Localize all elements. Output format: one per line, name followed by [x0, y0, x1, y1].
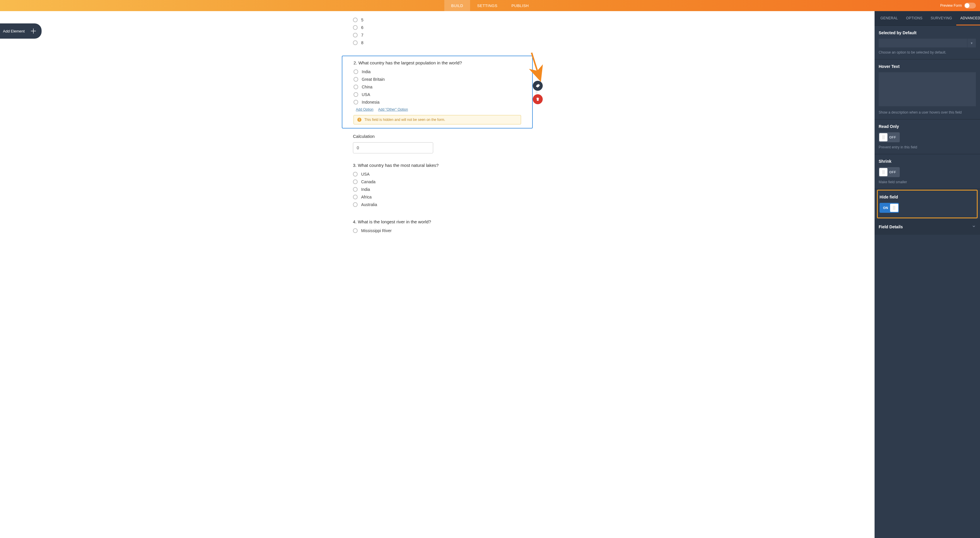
add-element-label: Add Element	[3, 29, 25, 33]
read-only-toggle[interactable]: OFF	[879, 132, 900, 142]
preview-form-label: Preview Form	[940, 3, 962, 8]
calculation-block[interactable]: Calculation	[340, 130, 535, 159]
radio-icon	[353, 92, 358, 97]
gear-icon	[535, 83, 540, 88]
question-block[interactable]: 4. What is the longest river in the worl…	[340, 216, 535, 242]
plus-icon	[30, 27, 37, 35]
calculation-input[interactable]	[353, 142, 433, 153]
panel-tabs: GENERAL OPTIONS SURVEYING ADVANCED	[875, 11, 980, 26]
radio-icon	[353, 172, 358, 176]
toggle-state: ON	[880, 206, 890, 209]
read-only-section: Read Only OFF Prevent entry in this fiel…	[875, 119, 980, 154]
add-element-button[interactable]: Add Element	[0, 24, 41, 39]
panel-tab-advanced[interactable]: ADVANCED	[956, 11, 980, 25]
topnav-right: Preview Form	[940, 3, 976, 8]
chevron-down-icon	[972, 224, 976, 230]
section-title: Hide field	[880, 195, 975, 199]
panel-tab-surveying[interactable]: SURVEYING	[927, 11, 956, 25]
selected-default-select[interactable]: ▼	[879, 39, 976, 48]
radio-label: India	[362, 69, 371, 74]
tab-publish[interactable]: PUBLISH	[504, 0, 536, 11]
radio-label: Great Britain	[362, 77, 385, 82]
radio-option[interactable]: China	[353, 84, 521, 89]
radio-label: Canada	[361, 179, 375, 184]
radio-option[interactable]: India	[353, 187, 522, 192]
tab-settings[interactable]: SETTINGS	[470, 0, 504, 11]
question-block[interactable]: 5 6 7 8	[340, 14, 535, 54]
section-title: Read Only	[879, 124, 976, 129]
radio-icon	[353, 17, 358, 22]
selected-by-default-section: Selected by Default ▼ Choose an option t…	[875, 26, 980, 59]
radio-icon	[353, 33, 358, 38]
question-title: 2. What country has the largest populati…	[353, 60, 521, 65]
section-title: Shrink	[879, 159, 976, 163]
radio-label: Mississippi River	[361, 228, 391, 233]
panel-tab-options[interactable]: OPTIONS	[902, 11, 926, 25]
radio-label: India	[361, 187, 370, 192]
section-title: Selected by Default	[879, 30, 976, 35]
radio-icon	[353, 77, 358, 82]
field-details-title: Field Details	[879, 224, 903, 229]
radio-option[interactable]: Africa	[353, 195, 522, 199]
arrow-annotation-icon	[523, 51, 544, 83]
radio-icon	[353, 195, 358, 199]
radio-label: Indonesia	[362, 100, 380, 105]
add-other-option-link[interactable]: Add "Other" Option	[378, 108, 408, 111]
radio-option[interactable]: 6	[353, 25, 522, 30]
shrink-section: Shrink OFF Make field smaller	[875, 154, 980, 189]
radio-option[interactable]: 7	[353, 33, 522, 38]
question-block[interactable]: 3. What country has the most natural lak…	[340, 159, 535, 216]
radio-icon	[353, 40, 358, 45]
preview-form-toggle[interactable]	[964, 3, 976, 8]
warning-text: This field is hidden and will not be see…	[364, 117, 445, 122]
hidden-field-warning: ! This field is hidden and will not be s…	[353, 115, 521, 124]
section-help: Choose an option to be selected by defau…	[879, 50, 976, 54]
radio-icon	[353, 228, 358, 233]
top-nav: BUILD SETTINGS PUBLISH Preview Form	[0, 0, 980, 11]
tab-build[interactable]: BUILD	[444, 0, 470, 11]
field-delete-button[interactable]	[533, 94, 543, 104]
radio-label: USA	[361, 172, 370, 176]
radio-label: 7	[361, 33, 363, 38]
form-canvas: 5 6 7 8	[0, 11, 875, 538]
radio-label: 8	[361, 40, 363, 45]
radio-option[interactable]: Canada	[353, 179, 522, 184]
radio-icon	[353, 100, 358, 105]
calculation-label: Calculation	[353, 134, 522, 139]
radio-icon	[353, 25, 358, 30]
radio-icon	[353, 69, 358, 74]
field-details-accordion[interactable]: Field Details	[875, 219, 980, 235]
chevron-down-icon: ▼	[967, 39, 976, 48]
radio-label: China	[362, 84, 372, 89]
radio-option[interactable]: USA	[353, 172, 522, 176]
radio-option[interactable]: Mississippi River	[353, 228, 522, 233]
radio-option[interactable]: India	[353, 69, 521, 74]
toggle-state: OFF	[888, 135, 899, 139]
topnav-tabs: BUILD SETTINGS PUBLISH	[444, 0, 536, 11]
hover-text-textarea[interactable]	[879, 72, 976, 106]
question-title: 4. What is the longest river in the worl…	[353, 219, 522, 224]
radio-option[interactable]: 8	[353, 40, 522, 45]
radio-option[interactable]: Australia	[353, 202, 522, 207]
radio-icon	[353, 202, 358, 207]
shrink-toggle[interactable]: OFF	[879, 167, 900, 177]
radio-label: Australia	[361, 202, 377, 207]
panel-tab-general[interactable]: GENERAL	[876, 11, 902, 25]
trash-icon	[536, 97, 540, 101]
toggle-state: OFF	[888, 170, 899, 174]
hover-text-section: Hover Text Show a description when a use…	[875, 59, 980, 119]
field-settings-button[interactable]	[533, 81, 543, 91]
section-help: Make field smaller	[879, 180, 976, 184]
radio-label: 5	[361, 17, 363, 22]
radio-option[interactable]: Great Britain	[353, 77, 521, 82]
question-block-selected[interactable]: 2. What country has the largest populati…	[342, 56, 533, 129]
radio-icon	[353, 84, 358, 89]
hide-field-toggle[interactable]: ON	[880, 203, 899, 213]
add-option-link[interactable]: Add Option	[356, 108, 374, 111]
settings-panel: GENERAL OPTIONS SURVEYING ADVANCED Selec…	[875, 11, 980, 538]
radio-label: Africa	[361, 195, 372, 199]
radio-label: USA	[362, 92, 370, 97]
radio-option[interactable]: Indonesia	[353, 100, 521, 105]
radio-option[interactable]: USA	[353, 92, 521, 97]
radio-option[interactable]: 5	[353, 17, 522, 22]
